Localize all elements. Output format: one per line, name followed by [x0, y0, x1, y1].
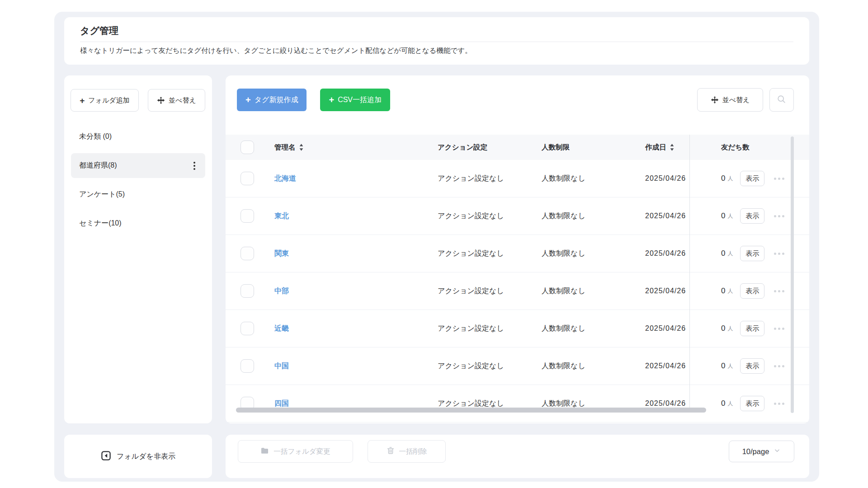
tag-name-link[interactable]: 東北 — [274, 211, 289, 221]
row-more-icon[interactable] — [772, 213, 786, 219]
bulk-folder-change-label: 一括フォルダ変更 — [274, 447, 330, 456]
show-button[interactable]: 表示 — [740, 283, 764, 299]
friend-count-unit: 人 — [727, 175, 733, 183]
show-button[interactable]: 表示 — [740, 208, 764, 224]
row-checkbox[interactable] — [241, 172, 254, 185]
folder-menu-icon[interactable] — [192, 160, 197, 172]
folder-item[interactable]: 都道府県(8) — [71, 153, 205, 178]
folder-label: 未分類 (0) — [79, 132, 112, 141]
move-arrows-icon — [711, 96, 719, 104]
header-date[interactable]: 作成日 — [645, 143, 666, 152]
created-date-cell: 2025/04/26 — [645, 287, 689, 295]
action-setting-cell: アクション設定なし — [438, 399, 542, 408]
friend-count-unit: 人 — [727, 212, 733, 220]
friend-count: 0 — [721, 324, 725, 333]
created-date-cell: 2025/04/26 — [645, 249, 689, 258]
table-body: 北海道 アクション設定なし 人数制限なし 2025/04/26 0 人 表示 東… — [226, 160, 809, 422]
caret-sort-icon[interactable] — [670, 144, 675, 151]
folder-list: 未分類 (0) 都道府県(8) アンケート(5) セミナー(10) — [71, 124, 205, 240]
table-row: 近畿 アクション設定なし 人数制限なし 2025/04/26 0 人 表示 — [226, 310, 809, 347]
csv-bulk-add-label: CSV一括追加 — [338, 95, 382, 105]
row-checkbox[interactable] — [241, 209, 254, 223]
folder-label: セミナー(10) — [79, 219, 122, 228]
tag-name-link[interactable]: 四国 — [274, 399, 289, 408]
folder-reorder-button[interactable]: 並べ替え — [148, 89, 205, 112]
table-row: 中国 アクション設定なし 人数制限なし 2025/04/26 0 人 表示 — [226, 347, 809, 385]
table-reorder-label: 並べ替え — [722, 96, 750, 104]
caret-sort-icon[interactable] — [299, 144, 304, 151]
row-more-icon[interactable] — [772, 251, 786, 257]
friend-count-unit: 人 — [727, 250, 733, 258]
tag-name-link[interactable]: 関東 — [274, 249, 289, 258]
tag-name-link[interactable]: 中国 — [274, 361, 289, 371]
folder-label: 都道府県(8) — [79, 161, 117, 170]
tag-name-link[interactable]: 北海道 — [274, 174, 296, 183]
row-more-icon[interactable] — [772, 326, 786, 332]
table-reorder-button[interactable]: 並べ替え — [697, 88, 763, 112]
create-tag-label: タグ新規作成 — [255, 95, 298, 105]
table-header-row: 管理名 アクション設定 人数制限 作成日 友だち数 — [226, 135, 809, 160]
collapse-left-icon — [101, 450, 111, 463]
bulk-delete-button[interactable]: 一括削除 — [368, 440, 446, 463]
row-more-icon[interactable] — [772, 363, 786, 369]
header-name[interactable]: 管理名 — [274, 143, 296, 152]
per-page-value: 10/page — [742, 447, 769, 456]
row-checkbox[interactable] — [241, 359, 254, 373]
fixed-column-divider — [689, 135, 690, 413]
row-more-icon[interactable] — [772, 401, 786, 407]
add-folder-button[interactable]: + フォルダ追加 — [71, 89, 139, 112]
header-action: アクション設定 — [438, 143, 542, 152]
action-setting-cell: アクション設定なし — [438, 361, 542, 371]
tag-table: 管理名 アクション設定 人数制限 作成日 友だち数 — [226, 135, 809, 422]
folder-item[interactable]: セミナー(10) — [71, 211, 205, 236]
add-folder-label: フォルダ追加 — [88, 96, 129, 105]
created-date-cell: 2025/04/26 — [645, 324, 689, 333]
vertical-scrollbar[interactable] — [791, 136, 794, 413]
row-checkbox[interactable] — [241, 322, 254, 335]
per-page-select[interactable]: 10/page — [729, 441, 794, 462]
show-button[interactable]: 表示 — [740, 396, 764, 411]
friend-count: 0 — [721, 211, 725, 221]
created-date-cell: 2025/04/26 — [645, 362, 689, 370]
csv-bulk-add-button[interactable]: + CSV一括追加 — [320, 89, 390, 111]
limit-cell: 人数制限なし — [542, 399, 645, 408]
tag-name-link[interactable]: 近畿 — [274, 324, 289, 333]
friend-count-unit: 人 — [727, 362, 733, 370]
horizontal-scrollbar[interactable] — [236, 408, 706, 413]
limit-cell: 人数制限なし — [542, 211, 645, 221]
friend-count-unit: 人 — [727, 400, 733, 408]
select-all-checkbox[interactable] — [241, 141, 254, 154]
row-more-icon[interactable] — [772, 288, 786, 294]
folder-item[interactable]: 未分類 (0) — [71, 124, 205, 149]
folder-reorder-label: 並べ替え — [169, 96, 196, 105]
bulk-delete-label: 一括削除 — [399, 447, 427, 456]
friend-count-unit: 人 — [727, 287, 733, 295]
action-setting-cell: アクション設定なし — [438, 174, 542, 183]
plus-icon: + — [80, 96, 85, 105]
limit-cell: 人数制限なし — [542, 174, 645, 183]
action-setting-cell: アクション設定なし — [438, 211, 542, 221]
app-container: タグ管理 様々なトリガーによって友だちにタグ付けを行い、タグごとに絞り込むことで… — [54, 12, 819, 482]
table-footer-card: 一括フォルダ変更 一括削除 10/page — [226, 435, 809, 478]
search-button[interactable] — [769, 88, 794, 112]
tag-name-link[interactable]: 中部 — [274, 286, 289, 296]
friend-count: 0 — [721, 399, 725, 408]
table-row: 四国 アクション設定なし 人数制限なし 2025/04/26 0 人 表示 — [226, 385, 809, 422]
show-button[interactable]: 表示 — [740, 358, 764, 374]
friend-count: 0 — [721, 174, 725, 183]
row-checkbox[interactable] — [241, 247, 254, 260]
plus-icon: + — [245, 95, 251, 104]
create-tag-button[interactable]: + タグ新規作成 — [237, 89, 307, 111]
bulk-folder-change-button[interactable]: 一括フォルダ変更 — [238, 440, 353, 463]
hide-folders-button[interactable]: フォルダを非表示 — [101, 450, 175, 463]
row-more-icon[interactable] — [772, 176, 786, 182]
page-title: タグ管理 — [80, 24, 118, 37]
show-button[interactable]: 表示 — [740, 246, 764, 261]
folder-sidebar: + フォルダ追加 並べ替え 未分類 (0) 都道府県(8) アンケート(5) — [64, 75, 212, 423]
trash-icon — [387, 446, 395, 456]
row-checkbox[interactable] — [241, 284, 254, 298]
folder-item[interactable]: アンケート(5) — [71, 182, 205, 207]
action-setting-cell: アクション設定なし — [438, 249, 542, 258]
show-button[interactable]: 表示 — [740, 171, 764, 186]
show-button[interactable]: 表示 — [740, 321, 764, 336]
